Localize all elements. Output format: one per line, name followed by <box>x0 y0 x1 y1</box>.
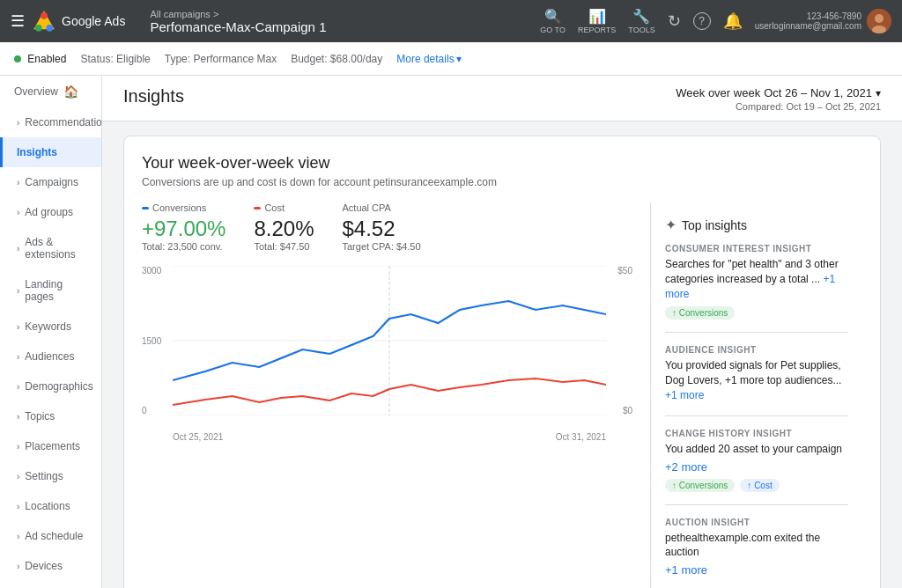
logo-text: Google Ads <box>62 14 125 28</box>
chart-x-labels: Oct 25, 2021 Oct 31, 2021 <box>173 432 606 442</box>
nav-left: ☰ Google Ads <box>11 9 125 33</box>
consumer-insight-link[interactable]: +1 more <box>665 273 835 300</box>
sidebar-item-label: Keywords <box>25 320 71 333</box>
nav-right: 🔍 GO TO 📊 REPORTS 🔧 TOOLS ↻ ? 🔔 123-456-… <box>540 8 891 34</box>
wow-content: Conversions +97.00% Total: 23,500 conv. … <box>142 202 862 588</box>
sidebar-item-label: Topics <box>25 410 55 423</box>
conversions-total: Total: 23,500 conv. <box>142 241 226 252</box>
sidebar-item-placements[interactable]: ›Placements <box>0 431 101 461</box>
sidebar-item-campaigns[interactable]: ›Campaigns <box>0 167 101 197</box>
reports-nav-icon[interactable]: 📊 REPORTS <box>578 8 616 34</box>
google-ads-logo: Google Ads <box>32 9 125 33</box>
conversions-value: +97.00% <box>142 217 226 241</box>
sidebar-item-ad-groups[interactable]: ›Ad groups <box>0 197 101 227</box>
status-enabled: Enabled <box>14 53 66 65</box>
logo-icon <box>32 9 56 33</box>
sidebar-item-label: Campaigns <box>25 176 78 188</box>
user-phone: 123-456-7890 <box>755 11 861 21</box>
sidebar-item-locations[interactable]: ›Locations <box>0 491 101 521</box>
cpa-target: Target CPA: $4.50 <box>342 241 420 252</box>
main-layout: Overview 🏠 ›RecommendationsInsights›Camp… <box>0 76 902 588</box>
cpa-metric: Actual CPA $4.52 Target CPA: $4.50 <box>342 202 420 252</box>
goto-label: GO TO <box>540 26 566 34</box>
sidebar-item-recommendations[interactable]: ›Recommendations <box>0 107 101 137</box>
sidebar-item-demographics[interactable]: ›Demographics <box>0 371 101 401</box>
sidebar-item-label: Recommendations <box>25 116 102 129</box>
budget: Budget: $68.00/day <box>291 53 382 65</box>
chart-y-right: $50 $0 <box>606 266 632 415</box>
page-title: Insights <box>123 86 184 107</box>
sidebar-item-settings[interactable]: ›Settings <box>0 461 101 491</box>
more-details-link[interactable]: More details ▾ <box>396 53 461 65</box>
refresh-icon[interactable]: ↻ <box>668 11 681 31</box>
svg-point-5 <box>875 14 884 23</box>
insights-panel: ✦ Top insights Consumer Interest Insight… <box>651 202 862 588</box>
status-dot <box>14 55 21 62</box>
chevron-icon: › <box>17 178 19 187</box>
sidebar-item-keywords[interactable]: ›Keywords <box>0 312 101 342</box>
wow-title: Your week-over-week view <box>142 154 862 173</box>
sidebar-item-ad-schedule[interactable]: ›Ad schedule <box>0 521 101 551</box>
conversions-legend: Conversions <box>142 202 226 213</box>
sidebar-overview[interactable]: Overview 🏠 <box>0 76 101 107</box>
search-nav-icon[interactable]: 🔍 GO TO <box>540 8 566 34</box>
cpa-legend-text: Actual CPA <box>342 202 390 213</box>
line-chart-svg <box>173 266 606 415</box>
help-icon[interactable]: ? <box>693 12 711 30</box>
sidebar-item-devices[interactable]: ›Devices <box>0 551 101 581</box>
content-body: Your week-over-week view Conversions are… <box>102 121 902 588</box>
y-left-mid: 1500 <box>142 336 173 346</box>
chart-container: 3000 1500 0 $50 $0 <box>142 266 632 442</box>
overview-label: Overview <box>14 85 58 98</box>
audience-insight-text: You provided signals for Pet supplies, D… <box>665 358 848 402</box>
notifications-icon[interactable]: 🔔 <box>723 11 743 31</box>
sidebar-item-topics[interactable]: ›Topics <box>0 401 101 431</box>
sidebar: Overview 🏠 ›RecommendationsInsights›Camp… <box>0 76 102 588</box>
user-avatar[interactable] <box>867 9 891 33</box>
hamburger-menu[interactable]: ☰ <box>11 11 25 31</box>
status-type: Status: Eligible <box>80 53 150 65</box>
sidebar-item-label: Insights <box>17 146 57 158</box>
sidebar-item-audiences[interactable]: ›Audiences <box>0 342 101 371</box>
consumer-insight-tags: ↑ Conversions <box>665 306 848 320</box>
conversions-legend-label: Conversions <box>152 202 206 213</box>
y-left-bot: 0 <box>142 406 173 415</box>
auction-link[interactable]: +1 more <box>665 563 707 577</box>
sidebar-item-landing-pages[interactable]: ›Landing pages <box>0 269 101 312</box>
sidebar-items: ›RecommendationsInsights›Campaigns›Ad gr… <box>0 107 101 588</box>
x-label-end: Oct 31, 2021 <box>556 432 606 442</box>
sidebar-item-advanced-bid-adj.[interactable]: ›Advanced bid adj. <box>0 581 101 588</box>
change-history-tags: ↑ Conversions ↑ Cost <box>665 479 848 492</box>
cost-value: 8.20% <box>254 217 314 241</box>
cost-legend: Cost <box>254 202 314 213</box>
chart-section: Conversions +97.00% Total: 23,500 conv. … <box>142 202 651 588</box>
sidebar-item-insights[interactable]: Insights <box>0 137 101 167</box>
compare-date: Compared: Oct 19 – Oct 25, 2021 <box>676 101 881 112</box>
audience-insight-link[interactable]: +1 more <box>665 389 704 401</box>
consumer-insight-category: Consumer Interest Insight <box>665 244 848 254</box>
date-dropdown-arrow[interactable]: ▾ <box>876 87 881 99</box>
conversions-metric: Conversions +97.00% Total: 23,500 conv. <box>142 202 226 252</box>
wow-subtitle: Conversions are up and cost is down for … <box>142 176 862 188</box>
chevron-icon: › <box>17 118 19 128</box>
auction-category: Auction Insight <box>665 518 848 527</box>
change-history-link[interactable]: +2 more <box>665 460 707 474</box>
date-range-section: Week over week Oct 26 – Nov 1, 2021 ▾ Co… <box>676 86 881 112</box>
content-header: Insights Week over week Oct 26 – Nov 1, … <box>102 76 902 121</box>
insight-item-audience: Audience Insight You provided signals fo… <box>665 345 848 415</box>
audience-insight-category: Audience Insight <box>665 345 848 355</box>
cost-metric: Cost 8.20% Total: $47.50 <box>254 202 314 252</box>
tools-nav-icon[interactable]: 🔧 TOOLS <box>628 8 654 34</box>
sidebar-item-ads-&-extensions[interactable]: ›Ads & extensions <box>0 227 101 269</box>
sidebar-item-label: Ad schedule <box>25 530 83 542</box>
chevron-icon: › <box>17 322 19 332</box>
sidebar-item-label: Audiences <box>25 350 74 363</box>
insight-item-change-history: Change History Insight You added 20 asse… <box>665 429 848 505</box>
insights-header: ✦ Top insights <box>665 217 848 233</box>
date-range-value: Oct 26 – Nov 1, 2021 <box>764 86 872 99</box>
sidebar-item-label: Ads & extensions <box>25 236 87 261</box>
cpa-label: Actual CPA <box>342 202 420 213</box>
user-section[interactable]: 123-456-7890 userloginname@gmail.com <box>755 9 891 33</box>
conversions-legend-dot <box>142 207 149 209</box>
sidebar-item-label: Landing pages <box>25 278 87 303</box>
